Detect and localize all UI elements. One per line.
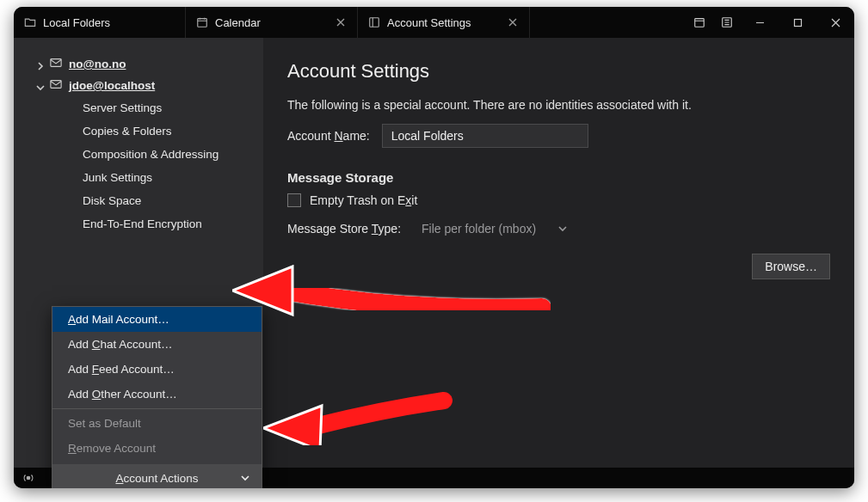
account-label: jdoe@localhost	[69, 79, 155, 92]
account-actions-button[interactable]: Account Actions	[52, 464, 262, 488]
account-name-label: Account Name:	[287, 129, 370, 143]
titlebar-buttons	[686, 7, 854, 38]
svg-point-7	[27, 476, 30, 480]
svg-rect-4	[794, 19, 801, 26]
folder-icon	[24, 16, 36, 28]
sidebar-item-junk[interactable]: Junk Settings	[14, 166, 263, 189]
store-type-label: Message Store Type:	[287, 222, 401, 236]
sidebar-item-label: Copies & Folders	[83, 125, 172, 138]
tasks-toolbar-button[interactable]	[713, 7, 741, 38]
tab-account-settings[interactable]: Account Settings	[358, 7, 530, 38]
sidebar-item-composition[interactable]: Composition & Addressing	[14, 143, 263, 166]
page-description: The following is a special account. Ther…	[287, 98, 830, 112]
sidebar-item-label: End-To-End Encryption	[83, 217, 202, 230]
browse-button[interactable]: Browse…	[752, 254, 830, 279]
tabstrip-spacer	[530, 7, 686, 38]
account-actions-menu: Add Mail Account… Add Chat Account… Add …	[52, 306, 262, 488]
menu-add-feed-account[interactable]: Add Feed Account…	[52, 357, 262, 382]
accounts-sidebar: no@no.no jdoe@localhost Server Settings …	[14, 38, 263, 468]
window-minimize-button[interactable]	[741, 7, 779, 38]
sidebar-item-label: Junk Settings	[83, 171, 152, 184]
calendar-icon	[196, 16, 208, 28]
menu-add-mail-account[interactable]: Add Mail Account…	[52, 307, 262, 332]
window-body: no@no.no jdoe@localhost Server Settings …	[14, 38, 854, 468]
mail-icon	[50, 79, 62, 92]
window-maximize-button[interactable]	[779, 7, 816, 38]
account-item-jdoe[interactable]: jdoe@localhost	[14, 75, 263, 96]
sidebar-item-disk-space[interactable]: Disk Space	[14, 189, 263, 212]
tab-strip: Local Folders Calendar Account Settings	[14, 7, 854, 38]
menu-separator	[52, 408, 262, 409]
menu-add-chat-account[interactable]: Add Chat Account…	[52, 332, 262, 357]
tab-label: Account Settings	[387, 16, 500, 29]
calendar-toolbar-button[interactable]	[686, 7, 713, 38]
svg-rect-0	[198, 19, 207, 28]
page-title: Account Settings	[287, 60, 830, 83]
tab-local-folders[interactable]: Local Folders	[14, 7, 186, 38]
store-type-value: File per folder (mbox)	[422, 222, 536, 236]
sidebar-item-copies-folders[interactable]: Copies & Folders	[14, 119, 263, 143]
chevron-right-icon	[36, 60, 45, 69]
svg-rect-6	[51, 81, 61, 89]
online-status-icon[interactable]	[22, 472, 34, 484]
menu-add-other-account[interactable]: Add Other Account…	[52, 382, 262, 407]
tab-label: Local Folders	[43, 16, 175, 29]
store-type-row: Message Store Type: File per folder (mbo…	[287, 219, 830, 238]
sidebar-item-label: Server Settings	[83, 101, 162, 114]
chevron-down-icon	[241, 472, 249, 485]
app-window: Local Folders Calendar Account Settings	[14, 7, 854, 488]
empty-trash-row[interactable]: Empty Trash on Exit	[287, 193, 830, 207]
sidebar-item-label: Composition & Addressing	[83, 148, 219, 161]
empty-trash-checkbox[interactable]	[287, 193, 301, 207]
local-directory-row: Browse…	[287, 254, 830, 279]
store-type-select[interactable]: File per folder (mbox)	[413, 219, 576, 238]
close-icon[interactable]	[507, 16, 519, 28]
menu-set-default: Set as Default	[52, 411, 262, 436]
sidebar-item-label: Disk Space	[83, 194, 141, 207]
account-name-input[interactable]	[382, 124, 588, 148]
sidebar-item-server-settings[interactable]: Server Settings	[14, 96, 263, 119]
close-icon[interactable]	[335, 16, 347, 28]
svg-rect-1	[370, 18, 379, 28]
account-name-row: Account Name:	[287, 124, 830, 148]
main-panel: Account Settings The following is a spec…	[263, 38, 854, 468]
sidebar-item-e2e[interactable]: End-To-End Encryption	[14, 212, 263, 236]
tab-calendar[interactable]: Calendar	[186, 7, 358, 38]
chevron-down-icon	[36, 82, 45, 90]
mail-icon	[50, 58, 62, 70]
menu-remove-account: Remove Account	[52, 436, 262, 461]
settings-panel-icon	[368, 16, 380, 28]
svg-rect-5	[51, 59, 61, 67]
window-close-button[interactable]	[816, 7, 854, 38]
account-label: no@no.no	[69, 58, 126, 70]
svg-rect-2	[695, 19, 705, 28]
empty-trash-label: Empty Trash on Exit	[310, 193, 417, 207]
tab-label: Calendar	[215, 16, 328, 29]
message-storage-heading: Message Storage	[287, 170, 830, 185]
chevron-down-icon	[558, 222, 567, 236]
account-item-no[interactable]: no@no.no	[14, 53, 263, 75]
